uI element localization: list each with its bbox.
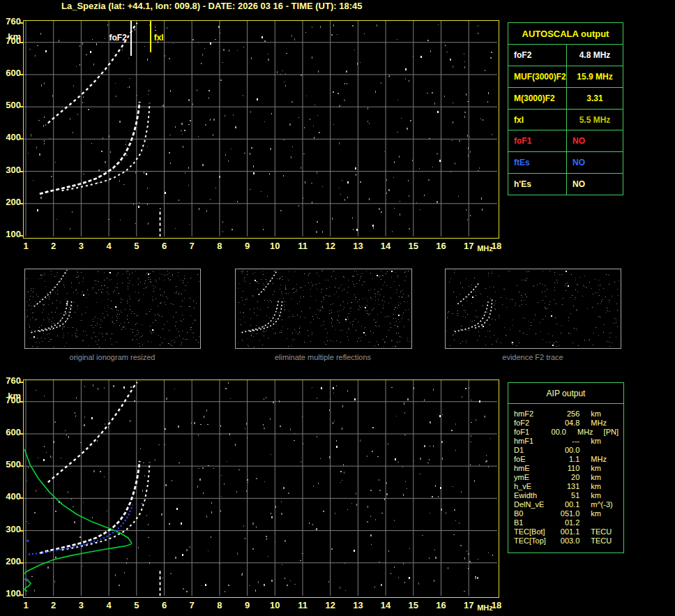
aip-param-value: 01.2 bbox=[556, 518, 579, 527]
trace-F2-trace-o-mode bbox=[40, 102, 139, 194]
autoscala-row-fof2: foF24.8 MHz bbox=[508, 45, 623, 66]
aip-param-unit: MHz bbox=[591, 455, 619, 463]
y-axis-tick bbox=[20, 42, 24, 43]
y-axis-tick-label: 600 bbox=[1, 68, 21, 78]
panel-caption-evidence: evidence F2 trace bbox=[442, 353, 623, 361]
aip-param-value: 00.0 bbox=[548, 428, 566, 436]
x-axis-tick-label: 9 bbox=[238, 600, 257, 610]
y-axis-tick bbox=[20, 22, 24, 24]
y-axis-tick-label: 760 bbox=[1, 16, 21, 27]
aip-param-value: 1.1 bbox=[556, 455, 579, 463]
aip-param-unit: km bbox=[591, 482, 619, 490]
mini-trace-layer bbox=[241, 270, 282, 333]
x-axis-tick-label: 15 bbox=[404, 600, 423, 610]
aip-param-flag: [PN] bbox=[604, 428, 619, 436]
x-axis-tick-label: 9 bbox=[238, 241, 257, 251]
aip-param-unit: km bbox=[591, 437, 619, 445]
aip-param-value: 001.1 bbox=[556, 527, 579, 536]
autoscala-row-fxi: fxI5.5 MHz bbox=[508, 109, 623, 130]
y-axis-tick bbox=[20, 235, 24, 236]
x-axis-tick-label: 12 bbox=[321, 241, 340, 251]
aip-row-b1: B101.2 bbox=[514, 518, 619, 527]
x-axis-tick-label: 12 bbox=[321, 600, 340, 610]
x-axis-tick-label: 5 bbox=[128, 241, 146, 251]
x-axis-tick-label: 10 bbox=[266, 600, 284, 610]
aip-param-label: hmF2 bbox=[514, 410, 556, 418]
page-title: La_Spezia (lat: +44.1, lon: 009.8) - DAT… bbox=[61, 1, 362, 11]
aip-param-value: 131 bbox=[556, 482, 579, 490]
autoscala-row-label: MUF(3000)F2 bbox=[508, 66, 567, 87]
y-axis-tick-label: 600 bbox=[1, 427, 21, 437]
y-axis-tick-label: 400 bbox=[1, 132, 21, 142]
y-axis-tick bbox=[20, 171, 24, 172]
ionogram-main-canvas bbox=[24, 21, 497, 236]
autoscala-row-hes: h'EsNO bbox=[508, 173, 623, 195]
autoscaled-isolated-point bbox=[26, 539, 29, 542]
aip-param-unit: km bbox=[591, 473, 619, 481]
panel-noise-layer bbox=[26, 271, 199, 347]
x-axis-tick-label: 14 bbox=[377, 600, 395, 610]
aip-row-d1: D100.0 bbox=[514, 446, 619, 455]
aip-table-header: AIP output bbox=[508, 383, 623, 404]
y-axis-tick bbox=[20, 465, 24, 467]
panel-caption-eliminate: eliminate multiple reflections bbox=[232, 353, 414, 361]
x-axis-tick-label: 3 bbox=[72, 241, 90, 251]
aip-param-value: 110 bbox=[556, 464, 579, 472]
x-axis-tick-label: 4 bbox=[100, 241, 118, 251]
aip-param-label: D1 bbox=[514, 446, 556, 454]
fxI-marker-line bbox=[150, 21, 151, 52]
aip-param-value: 04.8 bbox=[556, 419, 579, 427]
aip-table-rows: hmF2256kmfoF204.8MHzfoF100.0MHz[PN]hmF1-… bbox=[514, 410, 619, 545]
aip-param-value: 20 bbox=[556, 473, 579, 481]
y-axis-unit-label: km bbox=[1, 391, 21, 401]
y-axis-tick-label: 300 bbox=[1, 524, 21, 534]
autoscala-row-value: 4.8 MHz bbox=[567, 45, 623, 66]
x-axis-tick-label: 16 bbox=[432, 241, 450, 251]
autoscala-row-value: 5.5 MHz bbox=[567, 110, 623, 130]
autoscala-row-label: M(3000)F2 bbox=[508, 88, 567, 109]
aip-row-foe: foE1.1MHz bbox=[514, 455, 619, 464]
mini-trace-F2-trace-second-hop bbox=[457, 283, 478, 304]
aip-output-table: AIP output hmF2256kmfoF204.8MHzfoF100.0M… bbox=[508, 382, 624, 553]
aip-row-fof1: foF100.0MHz[PN] bbox=[514, 428, 619, 437]
x-axis-tick-label: 1 bbox=[17, 241, 35, 251]
autoscala-row-value: 15.9 MHz bbox=[567, 66, 623, 87]
x-axis-unit-label: MHz bbox=[477, 244, 493, 253]
y-axis-unit-label: km bbox=[1, 31, 21, 42]
x-axis-tick-label: 7 bbox=[183, 600, 201, 610]
panel-caption-original: original ionogram resized bbox=[22, 353, 203, 361]
aip-row-tecbot: TEC[Bot]001.1TECU bbox=[514, 527, 619, 536]
aip-param-label: Ewidth bbox=[514, 491, 556, 499]
panel-original-canvas bbox=[25, 269, 200, 348]
panel-evidence-canvas bbox=[446, 269, 621, 348]
aip-param-unit: km bbox=[591, 509, 619, 518]
autoscala-row-label: fxI bbox=[508, 110, 567, 130]
x-axis-tick-label: 5 bbox=[128, 600, 146, 610]
ionogram-plot-main: foF2 fxI bbox=[23, 20, 499, 239]
x-axis-tick-label: 7 bbox=[183, 241, 201, 251]
aip-param-label: ymE bbox=[514, 473, 556, 481]
x-axis-tick-label: 8 bbox=[211, 600, 229, 610]
x-axis-unit-label: MHz bbox=[477, 603, 493, 612]
autoscala-row-value: NO bbox=[567, 152, 623, 173]
y-axis-tick bbox=[20, 497, 24, 499]
foF2-marker-line bbox=[130, 21, 132, 56]
aip-param-unit: km bbox=[591, 464, 619, 472]
mini-trace-F2-trace-x-mode bbox=[250, 299, 282, 331]
aip-param-label: foE bbox=[514, 455, 556, 463]
panel-noise-layer bbox=[446, 270, 619, 347]
aip-row-hmf1: hmF1---km bbox=[514, 437, 619, 446]
autoscala-row-label: foF1 bbox=[508, 130, 567, 151]
aip-param-unit: km bbox=[591, 410, 619, 418]
aip-row-yme: ymE20km bbox=[514, 473, 619, 482]
x-axis-tick-label: 17 bbox=[460, 241, 478, 251]
x-axis-tick-label: 13 bbox=[349, 600, 367, 610]
y-axis-tick-label: 200 bbox=[1, 197, 21, 207]
y-axis-tick bbox=[20, 433, 24, 435]
y-axis-tick-label: 300 bbox=[1, 165, 21, 175]
interference-dash-column bbox=[160, 571, 161, 596]
x-axis-tick-label: 2 bbox=[45, 600, 63, 610]
autoscala-row-label: h'Es bbox=[508, 174, 567, 195]
foF2-marker-label: foF2 bbox=[99, 33, 127, 43]
fxI-marker-label: fxI bbox=[154, 33, 164, 43]
